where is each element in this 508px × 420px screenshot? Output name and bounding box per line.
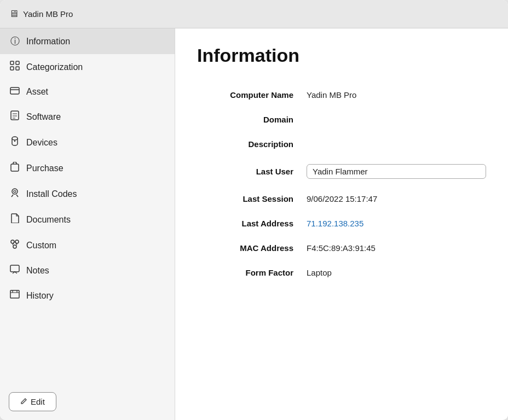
sidebar-label-purchase: Purchase: [26, 164, 64, 173]
categorization-icon: [9, 61, 21, 73]
info-row-last-address: Last Address 71.192.138.235: [197, 211, 486, 236]
value-last-user[interactable]: Yadin Flammer: [307, 164, 486, 179]
info-row-computer-name: Computer Name Yadin MB Pro: [197, 83, 486, 107]
label-domain: Domain: [197, 115, 307, 124]
label-last-session: Last Session: [197, 194, 307, 203]
install-codes-icon: [9, 188, 21, 200]
value-mac-address: F4:5C:89:A3:91:45: [307, 243, 486, 253]
info-row-last-session: Last Session 9/06/2022 15:17:47: [197, 186, 486, 211]
sidebar-item-notes[interactable]: Notes: [0, 258, 175, 283]
window-title: Yadin MB Pro: [23, 9, 73, 19]
svg-point-14: [14, 190, 16, 192]
sidebar-label-software: Software: [26, 112, 61, 122]
sidebar-item-custom[interactable]: Custom: [0, 232, 175, 258]
value-last-session: 9/06/2022 15:17:47: [307, 194, 486, 203]
svg-rect-20: [10, 265, 19, 272]
documents-icon: [9, 213, 21, 226]
information-icon: ⓘ: [9, 35, 21, 48]
sidebar-label-information: Information: [26, 37, 70, 46]
svg-point-10: [12, 137, 18, 140]
edit-pencil-icon: [20, 397, 27, 406]
info-row-form-factor: Form Factor Laptop: [197, 260, 486, 285]
svg-rect-1: [16, 61, 19, 65]
svg-rect-21: [10, 290, 19, 298]
label-last-user: Last User: [197, 167, 307, 176]
asset-icon: [9, 86, 21, 97]
sidebar-item-information[interactable]: ⓘ Information: [0, 28, 175, 54]
sidebar-item-history[interactable]: History: [0, 283, 175, 308]
sidebar-item-asset[interactable]: Asset: [0, 80, 175, 104]
svg-rect-3: [16, 67, 19, 70]
svg-rect-4: [10, 88, 19, 94]
info-row-domain: Domain: [197, 107, 486, 132]
sidebar: ⓘ Information Categorization: [0, 28, 175, 420]
devices-icon: [9, 136, 21, 149]
sidebar-label-documents: Documents: [26, 215, 71, 225]
sidebar-item-documents[interactable]: Documents: [0, 207, 175, 232]
device-icon: 🖥: [9, 8, 19, 20]
app-window: 🖥 Yadin MB Pro ⓘ Information Categoriz: [0, 0, 508, 420]
svg-rect-2: [10, 67, 14, 70]
info-row-mac-address: MAC Address F4:5C:89:A3:91:45: [197, 236, 486, 260]
info-row-last-user: Last User Yadin Flammer: [197, 156, 486, 186]
info-row-description: Description: [197, 132, 486, 156]
title-bar: 🖥 Yadin MB Pro: [0, 0, 508, 28]
label-computer-name: Computer Name: [197, 90, 307, 100]
label-form-factor: Form Factor: [197, 268, 307, 277]
edit-button-label: Edit: [31, 397, 45, 406]
sidebar-item-install-codes[interactable]: Install Codes: [0, 181, 175, 207]
sidebar-label-install-codes: Install Codes: [26, 189, 77, 199]
purchase-icon: [9, 162, 21, 174]
main-content: ⓘ Information Categorization: [0, 28, 508, 420]
sidebar-label-custom: Custom: [26, 241, 56, 250]
sidebar-label-devices: Devices: [26, 138, 57, 148]
sidebar-item-software[interactable]: Software: [0, 104, 175, 130]
sidebar-item-purchase[interactable]: Purchase: [0, 155, 175, 181]
detail-title: Information: [197, 45, 486, 66]
label-mac-address: MAC Address: [197, 243, 307, 253]
value-form-factor: Laptop: [307, 268, 486, 277]
svg-point-11: [14, 141, 15, 142]
custom-icon: [9, 239, 21, 252]
detail-panel: Information Computer Name Yadin MB Pro D…: [175, 28, 508, 420]
edit-button[interactable]: Edit: [9, 392, 56, 411]
sidebar-item-devices[interactable]: Devices: [0, 130, 175, 155]
sidebar-label-notes: Notes: [26, 266, 49, 276]
value-last-address: 71.192.138.235: [307, 219, 486, 228]
label-last-address: Last Address: [197, 219, 307, 228]
notes-icon: [9, 265, 21, 277]
svg-rect-6: [11, 111, 19, 120]
history-icon: [9, 290, 21, 301]
sidebar-label-categorization: Categorization: [26, 62, 83, 72]
sidebar-item-categorization[interactable]: Categorization: [0, 54, 175, 80]
sidebar-label-history: History: [26, 291, 54, 301]
sidebar-label-asset: Asset: [26, 87, 48, 97]
sidebar-bottom: Edit: [0, 383, 175, 420]
info-table: Computer Name Yadin MB Pro Domain Descri…: [197, 83, 486, 285]
svg-point-17: [13, 245, 16, 248]
label-description: Description: [197, 139, 307, 149]
svg-rect-12: [11, 164, 19, 171]
value-computer-name: Yadin MB Pro: [307, 90, 486, 100]
svg-point-13: [12, 189, 18, 194]
software-icon: [9, 110, 21, 123]
svg-rect-0: [10, 61, 14, 65]
